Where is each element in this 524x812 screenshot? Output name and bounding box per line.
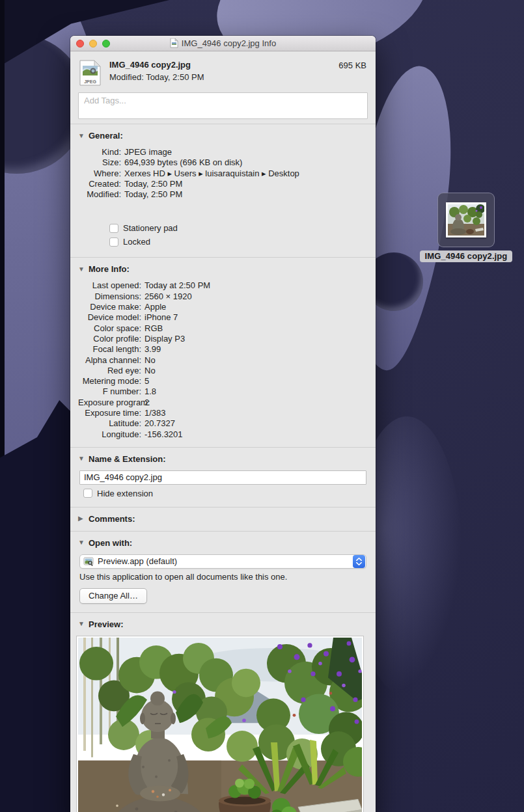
info-row: Focal length: 3.99: [78, 344, 368, 355]
info-row: Color profile: Display P3: [78, 334, 368, 344]
info-row-value: JPEG image: [124, 147, 172, 157]
section-divider: [70, 507, 376, 508]
open-with-caption: Use this application to open all documen…: [79, 572, 366, 582]
comments-title: Comments:: [89, 514, 135, 524]
info-row: Longitude: -156.3201: [78, 429, 368, 440]
info-row: Dimensions: 2560 × 1920: [78, 291, 368, 302]
document-icon: [170, 38, 178, 48]
desktop-file-icon[interactable]: IMG_4946 copy2.jpg: [414, 193, 518, 262]
info-row: F number: 1.8: [78, 386, 368, 397]
more-info-section: ▼ More Info: Last opened: Today at 2:50 …: [70, 262, 376, 442]
file-modified-text: Modified: Today, 2:50 PM: [109, 72, 338, 82]
info-row: Kind: JPEG image: [78, 147, 368, 157]
info-row: Exposure time: 1/383: [78, 408, 368, 418]
info-row-label: Kind:: [78, 147, 121, 157]
hide-extension-label: Hide extension: [97, 489, 153, 498]
more-info-rows: Last opened: Today at 2:50 PM Dimensions…: [78, 277, 368, 442]
info-row: Metering mode: 5: [78, 376, 368, 386]
info-row: Size: 694,939 bytes (696 KB on disk): [78, 157, 368, 168]
info-row: Modified: Today, 2:50 PM: [78, 189, 368, 200]
info-row: Color space: RGB: [78, 323, 368, 334]
info-row: Last opened: Today at 2:50 PM: [78, 280, 368, 291]
stationery-pad-checkbox[interactable]: [109, 224, 118, 233]
info-row-value: 20.7327: [145, 418, 175, 429]
disclosure-triangle-open-with[interactable]: ▼: [78, 539, 85, 546]
info-row-value: -156.3201: [145, 429, 183, 440]
file-summary-texts: IMG_4946 copy2.jpg Modified: Today, 2:50…: [109, 60, 338, 82]
open-with-dropdown[interactable]: Preview.app (default): [79, 554, 366, 569]
disclosure-triangle-name-ext[interactable]: ▼: [78, 455, 85, 462]
info-row-label: Red eye:: [78, 366, 141, 376]
general-rows: Kind: JPEG image Size: 694,939 bytes (69…: [78, 143, 368, 202]
hide-extension-checkbox[interactable]: [83, 489, 92, 498]
comments-section: ▶ Comments:: [70, 512, 376, 526]
info-row-label: Created:: [78, 179, 121, 189]
info-row-label: Dimensions:: [78, 291, 141, 302]
info-row-value: Today at 2:50 PM: [145, 280, 210, 291]
disclosure-triangle-preview[interactable]: ▼: [78, 621, 85, 627]
info-row: Latitude: 20.7327: [78, 418, 368, 429]
info-row: Where: Xerxes HD ▸ Users ▸ luisaraquista…: [78, 169, 368, 179]
window-title-area: IMG_4946 copy2.jpg Info: [70, 38, 376, 48]
disclosure-triangle-comments[interactable]: ▶: [78, 515, 85, 522]
section-divider: [70, 124, 376, 124]
preview-app-icon: [83, 556, 94, 567]
info-row-label: Alpha channel:: [78, 355, 141, 366]
info-row: Alpha channel: No: [78, 355, 368, 366]
info-row-value: 3.99: [145, 344, 161, 355]
wallpaper-edge-strip: [0, 0, 5, 657]
svg-text:JPEG: JPEG: [84, 79, 96, 84]
file-name-heading: IMG_4946 copy2.jpg: [109, 60, 338, 70]
jpeg-file-icon: JPEG: [79, 60, 101, 86]
preview-image: [77, 636, 363, 812]
stationery-pad-label: Stationery pad: [123, 223, 178, 233]
disclosure-triangle-more-info[interactable]: ▼: [78, 266, 85, 273]
info-row: Device make: Apple: [78, 302, 368, 312]
info-row: Red eye: No: [78, 366, 368, 376]
locked-row: Locked: [109, 237, 368, 247]
file-icon-selection[interactable]: [437, 193, 495, 247]
info-row-value: 694,939 bytes (696 KB on disk): [124, 157, 242, 168]
more-info-section-title: More Info:: [89, 264, 130, 274]
filename-input[interactable]: [79, 470, 366, 485]
preview-photo-art: [78, 638, 362, 812]
file-icon-label[interactable]: IMG_4946 copy2.jpg: [420, 250, 513, 262]
locked-checkbox[interactable]: [109, 237, 118, 247]
general-section: ▼ General: Kind: JPEG image Size: 694,93…: [70, 129, 376, 252]
info-row-value: No: [145, 355, 156, 366]
info-row-value: 1.8: [145, 386, 156, 397]
file-size-text: 695 KB: [338, 61, 366, 70]
section-divider: [70, 531, 376, 532]
preview-section: ▼ Preview:: [70, 617, 376, 632]
info-row-value: 2560 × 1920: [145, 291, 192, 302]
info-row-value: Xerxes HD ▸ Users ▸ luisaraquistain ▸ De…: [124, 169, 299, 179]
name-extension-section: ▼ Name & Extension: Hide extension: [70, 452, 376, 502]
info-row-value: No: [145, 366, 156, 376]
info-row: Exposure program: 2: [78, 398, 368, 408]
info-row-label: Device model:: [78, 312, 141, 323]
change-all-button[interactable]: Change All…: [79, 588, 147, 604]
info-row-label: Where:: [78, 169, 121, 179]
thumbnail-art: [448, 204, 484, 236]
info-row-value: Apple: [145, 302, 166, 312]
info-row-value: iPhone 7: [145, 312, 178, 323]
window-titlebar[interactable]: IMG_4946 copy2.jpg Info: [70, 36, 376, 51]
info-row-label: Modified:: [78, 189, 121, 200]
info-row-label: Exposure program:: [78, 398, 141, 408]
section-divider: [70, 612, 376, 613]
info-row-value: 2: [145, 398, 149, 408]
info-row-value: Today, 2:50 PM: [124, 179, 182, 189]
section-divider: [70, 257, 376, 258]
info-row-label: Last opened:: [78, 280, 141, 291]
hide-extension-row: Hide extension: [83, 489, 368, 498]
preview-title: Preview:: [89, 619, 123, 629]
info-row-label: Metering mode:: [78, 376, 141, 386]
info-row-label: Latitude:: [78, 418, 141, 429]
general-section-title: General:: [89, 131, 123, 141]
disclosure-triangle-general[interactable]: ▼: [78, 133, 85, 139]
add-tags-input[interactable]: [78, 92, 368, 119]
window-title: IMG_4946 copy2.jpg Info: [182, 38, 276, 48]
info-row-value: 1/383: [145, 408, 166, 418]
info-row-label: Device make:: [78, 302, 141, 312]
info-row-value: 5: [145, 376, 149, 386]
